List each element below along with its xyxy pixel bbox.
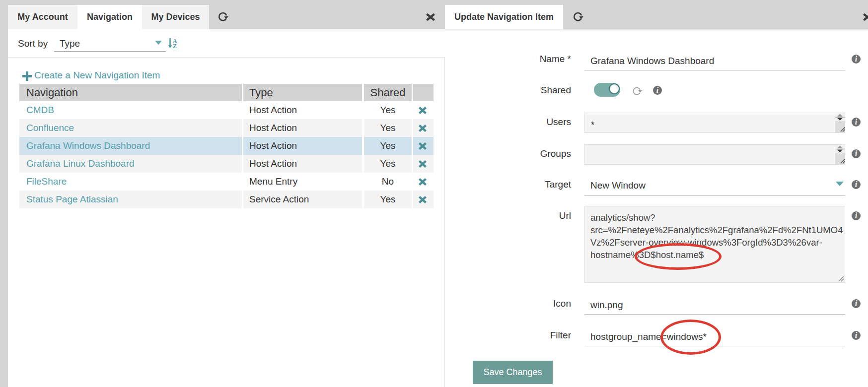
svg-text:Z: Z bbox=[173, 43, 177, 50]
